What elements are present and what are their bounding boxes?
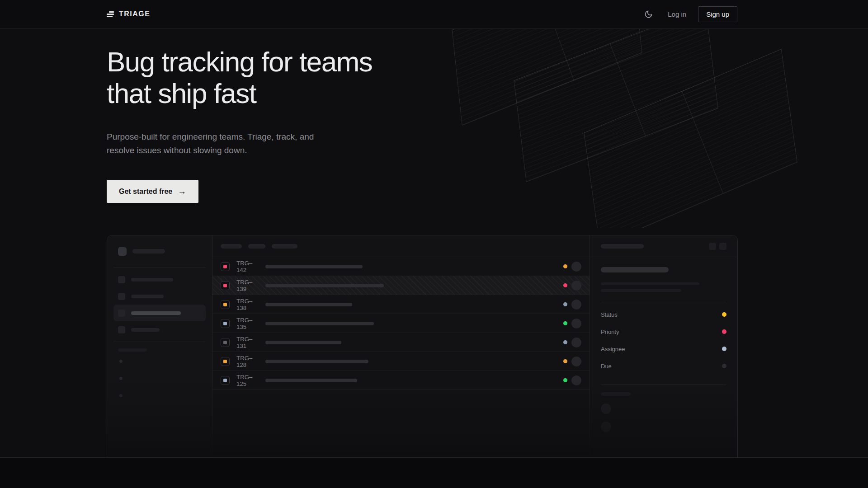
title-line-2: that ship fast bbox=[107, 78, 256, 109]
field-label: Due bbox=[601, 363, 612, 370]
issue-row: TRG–138 bbox=[212, 295, 590, 314]
header-pill-skeleton bbox=[248, 244, 265, 249]
issue-status-icon bbox=[221, 262, 230, 271]
issue-title-skeleton bbox=[265, 322, 374, 325]
assignee-avatar bbox=[571, 262, 581, 272]
nav-actions: Log in Sign up bbox=[641, 6, 737, 22]
sidebar-item-icon bbox=[118, 276, 125, 283]
header-pill-skeleton bbox=[221, 244, 242, 249]
issue-row-meta bbox=[563, 338, 581, 347]
issue-id: TRG–131 bbox=[236, 336, 259, 349]
page-footer bbox=[0, 457, 868, 488]
hero-subtitle: Purpose-built for engineering teams. Tri… bbox=[107, 130, 319, 157]
moon-icon[interactable] bbox=[641, 6, 656, 22]
page-title: Bug tracking for teams that ship fast bbox=[107, 46, 372, 109]
panel-header-buttons bbox=[709, 243, 726, 250]
priority-dot bbox=[563, 302, 567, 306]
brand-logo[interactable]: TRIAGE bbox=[107, 10, 150, 18]
sidebar-footer bbox=[113, 342, 206, 397]
issue-row-meta bbox=[563, 262, 581, 272]
priority-dot bbox=[563, 359, 567, 363]
issue-row: TRG–131 bbox=[212, 333, 590, 352]
issue-id: TRG–142 bbox=[236, 260, 259, 273]
detail-fields: StatusPriorityAssigneeDue bbox=[601, 302, 726, 375]
workspace-row bbox=[113, 235, 206, 267]
sidebar-item-icon bbox=[118, 310, 125, 317]
issue-row: TRG–135 bbox=[212, 314, 590, 333]
issue-row: TRG–125 bbox=[212, 371, 590, 390]
priority-dot bbox=[563, 264, 567, 268]
issue-row: TRG–139 bbox=[212, 276, 590, 295]
field-label: Status bbox=[601, 311, 618, 318]
sidebar-dot bbox=[119, 394, 123, 397]
wireframe-ribbon bbox=[452, 29, 642, 126]
field-value-dot bbox=[722, 364, 726, 368]
workspace-avatar bbox=[118, 247, 127, 256]
title-line-1: Bug tracking for teams bbox=[107, 46, 372, 77]
skeleton-bar bbox=[131, 295, 164, 298]
issue-row-meta bbox=[563, 281, 581, 291]
issue-title-skeleton bbox=[265, 265, 363, 268]
sidebar-item bbox=[113, 288, 206, 305]
wireframe-ribbon bbox=[514, 29, 718, 182]
sidebar-dot bbox=[119, 377, 123, 380]
issue-status-icon bbox=[221, 376, 230, 385]
field-value-dot bbox=[722, 347, 726, 351]
field-value-dot bbox=[722, 329, 726, 334]
nav-inner: TRIAGE Log in Sign up bbox=[107, 6, 737, 22]
issue-status-icon bbox=[221, 281, 230, 290]
assignee-avatar bbox=[571, 281, 581, 291]
skeleton-bar bbox=[601, 289, 681, 292]
assignee-avatar bbox=[571, 338, 581, 347]
field-label: Assignee bbox=[601, 346, 625, 352]
issue-title-skeleton bbox=[265, 303, 352, 306]
arrow-right-icon: → bbox=[178, 187, 186, 197]
top-nav: TRIAGE Log in Sign up bbox=[0, 0, 868, 28]
issue-row: TRG–142 bbox=[212, 257, 590, 276]
issue-status-icon bbox=[221, 319, 230, 328]
detail-field-row: Priority bbox=[601, 323, 726, 340]
issue-title-skeleton bbox=[265, 284, 384, 287]
skeleton-title-bar bbox=[601, 267, 669, 272]
triage-logo-icon bbox=[107, 10, 114, 18]
app-mockup: TRG–142TRG–139TRG–138TRG–135TRG–131TRG–1… bbox=[107, 235, 738, 458]
skeleton-bar bbox=[132, 249, 165, 253]
skeleton-bar bbox=[601, 282, 699, 285]
get-started-button[interactable]: Get started free → bbox=[107, 180, 198, 203]
sidebar-dot bbox=[119, 360, 123, 363]
detail-panel-footer bbox=[601, 385, 726, 432]
login-link[interactable]: Log in bbox=[668, 10, 686, 18]
detail-field-row: Due bbox=[601, 357, 726, 375]
issue-status-icon bbox=[221, 357, 230, 366]
detail-panel-body: StatusPriorityAssigneeDue bbox=[590, 257, 737, 432]
issue-list-header bbox=[212, 235, 590, 257]
issue-id: TRG–138 bbox=[236, 298, 259, 311]
issue-id: TRG–125 bbox=[236, 374, 259, 387]
issue-title-skeleton bbox=[265, 379, 357, 382]
comment-avatar bbox=[601, 404, 611, 414]
wireframe-ribbon bbox=[584, 49, 797, 228]
issue-title-skeleton bbox=[265, 341, 341, 344]
sidebar-item bbox=[113, 271, 206, 288]
panel-square-icon bbox=[719, 243, 726, 250]
issue-list: TRG–142TRG–139TRG–138TRG–135TRG–131TRG–1… bbox=[212, 235, 590, 457]
assignee-avatar bbox=[571, 375, 581, 385]
detail-panel-header bbox=[590, 235, 737, 257]
priority-dot bbox=[563, 340, 567, 344]
assignee-avatar bbox=[571, 319, 581, 328]
issue-id: TRG–128 bbox=[236, 355, 259, 368]
skeleton-bar bbox=[131, 311, 181, 315]
sidebar-item-icon bbox=[118, 326, 125, 333]
sidebar-item bbox=[113, 321, 206, 338]
assignee-avatar bbox=[571, 300, 581, 310]
detail-panel: StatusPriorityAssigneeDue bbox=[590, 235, 737, 457]
issue-id: TRG–139 bbox=[236, 279, 259, 292]
signup-button[interactable]: Sign up bbox=[698, 6, 737, 22]
skeleton-bar bbox=[131, 278, 173, 282]
sidebar-item bbox=[113, 305, 206, 321]
priority-dot bbox=[563, 378, 567, 382]
issue-row-meta bbox=[563, 300, 581, 310]
skeleton-bar bbox=[118, 348, 147, 352]
field-value-dot bbox=[722, 312, 726, 317]
sidebar-nav-items bbox=[113, 267, 206, 342]
